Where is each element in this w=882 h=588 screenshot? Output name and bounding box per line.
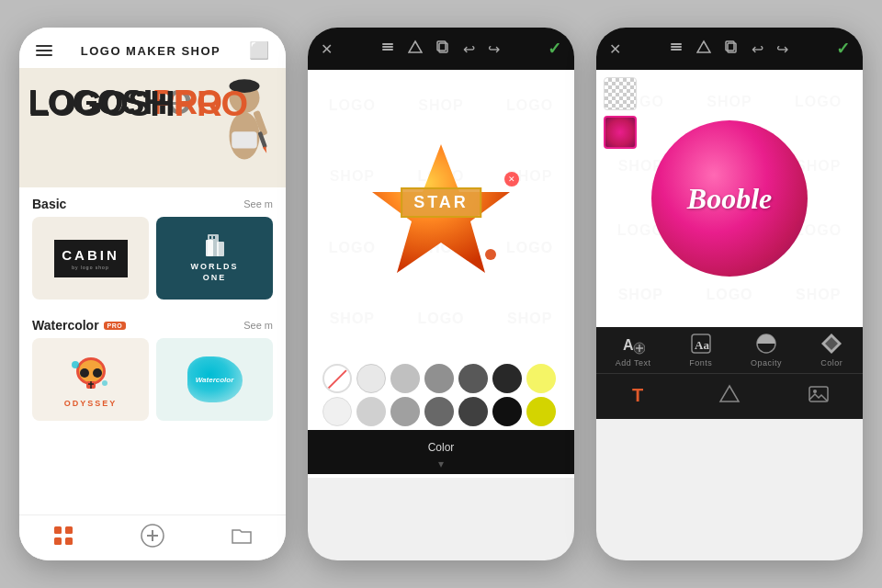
add-nav-icon[interactable] bbox=[141, 524, 164, 552]
booble-text: Booble bbox=[687, 182, 772, 216]
svg-rect-30 bbox=[382, 43, 393, 45]
swatch-black[interactable] bbox=[492, 397, 522, 426]
undo-icon[interactable]: ↩ bbox=[463, 40, 475, 58]
phone2-canvas: LOGOSHOPLOGO SHOPLOGOSHOP LOGOSHOPLOGO S… bbox=[308, 70, 574, 355]
basic-see-more[interactable]: See m bbox=[243, 198, 273, 209]
watercolor-section-header: Watercolor PRO See m bbox=[19, 309, 286, 338]
phone1-bottom-nav bbox=[19, 514, 286, 560]
star-element[interactable]: STAR ✕ bbox=[368, 137, 514, 288]
image-bottom-icon[interactable] bbox=[808, 383, 830, 410]
phone3-undo-icon[interactable]: ↩ bbox=[752, 40, 763, 58]
svg-point-14 bbox=[80, 368, 89, 378]
svg-rect-36 bbox=[671, 46, 682, 48]
svg-text:A: A bbox=[623, 337, 634, 353]
fonts-icon: Aa bbox=[689, 332, 713, 356]
swatch-offwhite[interactable] bbox=[322, 397, 352, 426]
color-swatches-row2 bbox=[308, 397, 574, 430]
color-diamond-icon bbox=[820, 332, 843, 356]
transparent-swatch[interactable] bbox=[604, 77, 637, 110]
worlds-card[interactable]: WORLDSONE bbox=[156, 217, 273, 300]
tools-row-top: A Add Text Aa Fonts bbox=[596, 327, 863, 374]
phone2-color-section: Color ▾ bbox=[308, 355, 574, 478]
hero-text-overlay: LOGOSHPRO bbox=[28, 85, 247, 124]
worlds-icon bbox=[202, 232, 228, 258]
cabin-inner: CABIN by logo shop bbox=[54, 240, 128, 277]
swatch-yellow2[interactable] bbox=[526, 397, 556, 426]
phone3-header: ✕ ↩ ↪ ✓ bbox=[596, 28, 863, 70]
phone2-editor-icons: ↩ ↪ bbox=[380, 40, 500, 58]
pink-swatch[interactable] bbox=[604, 116, 637, 149]
add-text-label: Add Text bbox=[616, 358, 651, 368]
phone1-hero: LOGOSHO LOGOSH PRO LOGOSHP bbox=[19, 68, 286, 187]
text-bottom-icon[interactable]: T bbox=[629, 383, 651, 410]
odyssey-skull bbox=[68, 351, 114, 397]
opacity-tool[interactable]: Opacity bbox=[751, 332, 782, 368]
phone-1: LOGO MAKER SHOP ⬜ LOGOSHO LOGOSH PRO bbox=[19, 28, 286, 560]
bookmark-icon[interactable]: ⬜ bbox=[249, 40, 269, 61]
phone2-header: ✕ ↩ ↪ ✓ bbox=[308, 28, 574, 70]
svg-marker-31 bbox=[409, 41, 422, 52]
swatch-near-black[interactable] bbox=[492, 364, 522, 393]
tools-row-bottom: T bbox=[596, 374, 863, 420]
phone3-confirm-icon[interactable]: ✓ bbox=[836, 39, 850, 59]
confirm-icon[interactable]: ✓ bbox=[548, 39, 561, 59]
color-label: Color bbox=[308, 441, 574, 454]
star-label[interactable]: STAR bbox=[401, 187, 481, 218]
phone3-side-panel bbox=[604, 77, 637, 149]
triangle-icon[interactable] bbox=[408, 40, 423, 58]
add-text-tool[interactable]: A Add Text bbox=[616, 332, 651, 368]
swatch-white[interactable] bbox=[356, 364, 386, 393]
swatch-dark-gray[interactable] bbox=[458, 364, 488, 393]
layers-icon[interactable] bbox=[380, 40, 395, 58]
hamburger-icon[interactable] bbox=[36, 45, 52, 56]
phone3-triangle-icon[interactable] bbox=[696, 40, 711, 58]
cabin-card[interactable]: CABIN by logo shop bbox=[32, 217, 149, 300]
star-dot bbox=[485, 249, 496, 260]
swatch-medgray2[interactable] bbox=[424, 397, 454, 426]
copy-icon[interactable] bbox=[435, 40, 450, 58]
watercolor-title-row: Watercolor PRO bbox=[32, 318, 126, 333]
swatch-light-gray[interactable] bbox=[390, 364, 420, 393]
swatch-yellow1[interactable] bbox=[526, 364, 556, 393]
svg-rect-29 bbox=[382, 46, 393, 48]
watercolor-card[interactable]: Watercolor bbox=[156, 338, 273, 421]
svg-rect-6 bbox=[232, 131, 257, 148]
svg-rect-21 bbox=[54, 526, 62, 534]
swatch-darkgray2[interactable] bbox=[458, 397, 488, 426]
svg-rect-9 bbox=[217, 242, 224, 256]
svg-point-20 bbox=[102, 380, 107, 386]
phone3-layers-icon[interactable] bbox=[669, 40, 684, 58]
star-close-btn[interactable]: ✕ bbox=[504, 172, 519, 187]
chevron-down-icon[interactable]: ▾ bbox=[308, 458, 574, 470]
svg-marker-38 bbox=[697, 41, 710, 52]
phone3-tools: A Add Text Aa Fonts bbox=[596, 327, 863, 419]
worlds-name: WORLDSONE bbox=[191, 262, 239, 283]
color-bottom-bar: Color ▾ bbox=[308, 430, 574, 474]
phone2-close-icon[interactable]: ✕ bbox=[321, 40, 333, 58]
svg-point-19 bbox=[72, 361, 79, 368]
swatch-mid-gray[interactable] bbox=[424, 364, 454, 393]
phone3-editor-icons: ↩ ↪ bbox=[669, 40, 788, 58]
shape-bottom-icon[interactable] bbox=[718, 383, 741, 410]
watercolor-see-more[interactable]: See m bbox=[243, 320, 273, 331]
folder-nav-icon[interactable] bbox=[232, 526, 252, 549]
worlds-text: WORLDSONE bbox=[191, 262, 239, 283]
redo-icon[interactable]: ↪ bbox=[488, 40, 500, 58]
phone3-copy-icon[interactable] bbox=[724, 40, 739, 58]
swatch-transparent[interactable] bbox=[322, 364, 352, 393]
phone3-close-icon[interactable]: ✕ bbox=[609, 40, 621, 58]
phone3-redo-icon[interactable]: ↪ bbox=[776, 40, 788, 58]
swatch-gray2[interactable] bbox=[390, 397, 420, 426]
phones-container: LOGO MAKER SHOP ⬜ LOGOSHO LOGOSH PRO bbox=[0, 0, 882, 588]
grid-nav-icon[interactable] bbox=[53, 526, 74, 550]
basic-logo-grid: CABIN by logo shop WORLDSONE bbox=[19, 217, 286, 309]
fonts-tool[interactable]: Aa Fonts bbox=[689, 332, 713, 368]
svg-marker-51 bbox=[720, 386, 739, 401]
color-tool[interactable]: Color bbox=[820, 332, 843, 368]
watercolor-title: Watercolor bbox=[32, 318, 99, 333]
odyssey-card[interactable]: ODYSSEY bbox=[32, 338, 149, 421]
swatch-lightgray2[interactable] bbox=[356, 397, 386, 426]
color-swatches-row1 bbox=[308, 355, 574, 397]
opacity-label: Opacity bbox=[751, 358, 782, 368]
svg-point-15 bbox=[93, 368, 102, 378]
